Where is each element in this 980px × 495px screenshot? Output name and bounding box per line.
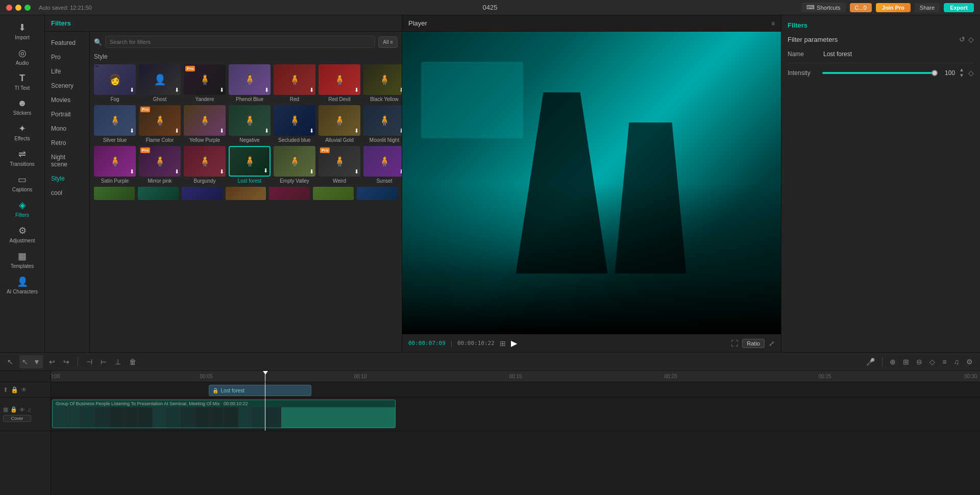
select-mode-expand[interactable]: ▼ <box>31 356 42 368</box>
intensity-diamond-icon[interactable]: ◇ <box>968 69 974 77</box>
toolbar-item-audio[interactable]: ◎ Audio <box>2 44 42 69</box>
filter-silver-blue[interactable]: 🧍 ⬇ Silver blue <box>94 105 136 143</box>
intensity-thumb[interactable] <box>932 70 938 76</box>
playhead[interactable] <box>265 371 265 382</box>
subtitle-button[interactable]: ≡ <box>940 356 948 368</box>
play-button[interactable]: ▶ <box>511 338 517 348</box>
filter-burgundy[interactable]: 🧍 ⬇ Burgundy <box>184 146 226 184</box>
filter-mirror-pink[interactable]: Pro 🧍 ⬇ Mirror pink <box>139 146 181 184</box>
filter-black-yellow[interactable]: 🧍 ⬇ Black Yellow <box>363 64 402 102</box>
expand-button[interactable]: ⤢ <box>769 339 775 348</box>
video-grid-icon[interactable]: ▦ <box>3 406 8 413</box>
reddevil-visual: 🧍 <box>333 73 346 86</box>
audio-button[interactable]: ♫ <box>952 356 962 368</box>
toolbar-item-adjustment[interactable]: ⚙ Adjustment <box>2 222 42 246</box>
filter-phenol-blue[interactable]: 🧍 ⬇ Phenol Blue <box>229 64 271 102</box>
lock-icon[interactable]: 🔒 <box>11 386 18 393</box>
category-style[interactable]: Style <box>45 171 89 186</box>
toolbar-item-import[interactable]: ⬇ Import <box>2 19 42 43</box>
split-end-button[interactable]: ⊥ <box>113 356 123 368</box>
minimize-button[interactable] <box>15 5 21 11</box>
video-eye-icon[interactable]: 👁 <box>19 407 25 413</box>
filter-empty-valley[interactable]: 🧍 ⬇ Empty Valley <box>274 146 315 184</box>
toolbar-item-stickers[interactable]: ☻ Stickers <box>2 95 42 119</box>
filter-red-devil[interactable]: 🧍 ⬇ Red Devil <box>318 64 360 102</box>
filter-lost-forest[interactable]: 🧍 ⬇ Lost forest <box>229 146 271 184</box>
eye-icon[interactable]: 👁 <box>21 386 27 393</box>
category-movies[interactable]: Movies <box>45 93 89 107</box>
video-audio-icon[interactable]: ♫ <box>27 407 31 413</box>
ratio-button[interactable]: Ratio <box>742 339 765 348</box>
split-start-button[interactable]: ⊣ <box>84 356 94 368</box>
filter-sunset[interactable]: 🧍 ⬇ Sunset <box>363 146 402 184</box>
intensity-slider[interactable] <box>822 72 936 74</box>
timeline-content: ⬆ 🔒 👁 ▦ 🔒 👁 ♫ Cover <box>0 371 980 495</box>
shortcuts-button[interactable]: ⌨ Shortcuts <box>801 3 845 12</box>
fullscreen-icon[interactable]: ⛶ <box>731 339 738 348</box>
filter-weird[interactable]: Pro 🧍 ⬇ Weird <box>318 146 360 184</box>
category-portrait[interactable]: Portrait <box>45 107 89 121</box>
zoom-out-button[interactable]: ⊖ <box>914 356 924 368</box>
mirrorpink-visual: 🧍 <box>154 155 166 167</box>
filter-fog[interactable]: 👩 ⬇ Fog <box>94 64 136 102</box>
select-tool-button[interactable]: ↖ <box>5 356 15 368</box>
player-menu-icon[interactable]: ≡ <box>771 20 775 27</box>
delete-button[interactable]: 🗑 <box>127 356 138 368</box>
undo-button[interactable]: ↩ <box>47 356 57 368</box>
filter-search-input[interactable] <box>105 36 375 48</box>
share-button[interactable]: Share <box>915 3 940 12</box>
settings-timeline-button[interactable]: ⚙ <box>964 356 975 368</box>
split-button[interactable]: ⊢ <box>99 356 109 368</box>
join-pro-button[interactable]: Join Pro <box>876 3 911 12</box>
video-lock-icon[interactable]: 🔒 <box>10 406 17 413</box>
toolbar-item-ai-characters[interactable]: 👤 AI Characters <box>2 273 42 298</box>
toolbar-item-text[interactable]: T TI Text <box>2 70 42 94</box>
effects-icon: ✦ <box>18 123 26 134</box>
filter-flame-color[interactable]: Pro 🧍 ⬇ Flame Color <box>139 105 181 143</box>
filter-negative[interactable]: 🧍 ⬇ Negative <box>229 105 271 143</box>
category-scenery[interactable]: Scenery <box>45 79 89 93</box>
grid-view-button[interactable]: ⊞ <box>500 339 506 348</box>
filter-secluded-blue[interactable]: 🧍 ⬇ Secluded blue <box>274 105 315 143</box>
filter-ghost[interactable]: 👤 ⬇ Ghost <box>139 64 181 102</box>
filter-alluvial-gold[interactable]: 🧍 ⬇ Alluvial Gold <box>318 105 360 143</box>
filter-yandere[interactable]: Pro 🧍 ⬇ Yandere <box>184 64 226 102</box>
redo-button[interactable]: ↪ <box>61 356 71 368</box>
negative-visual: 🧍 <box>243 114 256 127</box>
export-button[interactable]: Export <box>944 3 974 12</box>
close-button[interactable] <box>6 5 12 11</box>
category-cool[interactable]: cool <box>45 186 89 200</box>
user-button[interactable]: C...0 <box>850 3 872 12</box>
upload-icon[interactable]: ⬆ <box>3 386 8 393</box>
filter-moonlit-night[interactable]: 🧍 ⬇ Moonlit Night <box>363 105 402 143</box>
category-retro[interactable]: Retro <box>45 136 89 150</box>
toolbar-item-filters[interactable]: ◈ Filters <box>2 196 42 221</box>
filter-clip[interactable]: 🔒 Lost forest <box>209 385 311 396</box>
player-video-frame <box>402 32 781 334</box>
category-featured[interactable]: Featured <box>45 36 89 50</box>
toolbar-item-transitions[interactable]: ⇌ Transitions <box>2 145 42 170</box>
category-life[interactable]: Life <box>45 64 89 79</box>
maximize-button[interactable] <box>24 5 31 11</box>
category-night-scene[interactable]: Night scene <box>45 150 89 171</box>
cover-button[interactable]: Cover <box>3 415 31 422</box>
fit-button[interactable]: ⊞ <box>901 356 911 368</box>
reset-icon[interactable]: ↺ <box>959 35 965 43</box>
microphone-button[interactable]: 🎤 <box>864 356 877 368</box>
filter-red[interactable]: 🧍 ⬇ Red <box>274 64 315 102</box>
diamond-icon[interactable]: ◇ <box>968 35 974 43</box>
select-mode-button[interactable]: ↖ <box>20 356 30 368</box>
category-mono[interactable]: Mono <box>45 121 89 136</box>
intensity-up[interactable]: ▲ <box>959 67 964 72</box>
filter-sort-button[interactable]: All ≡ <box>378 36 398 48</box>
toolbar-item-effects[interactable]: ✦ Effects <box>2 120 42 144</box>
marker-button[interactable]: ◇ <box>927 356 937 368</box>
toolbar-item-templates[interactable]: ▦ Templates <box>2 247 42 272</box>
filter-yellow-purple[interactable]: 🧍 ⬇ Yellow Purple <box>184 105 226 143</box>
category-pro[interactable]: Pro <box>45 50 89 64</box>
filter-satin-purple[interactable]: 🧍 ⬇ Satin Purple <box>94 146 136 184</box>
video-clip[interactable]: Group Of Business People Listening To Pr… <box>52 400 396 428</box>
zoom-in-button[interactable]: ⊕ <box>888 356 898 368</box>
toolbar-item-captions[interactable]: ▭ Captions <box>2 171 42 195</box>
intensity-down[interactable]: ▼ <box>959 73 964 78</box>
